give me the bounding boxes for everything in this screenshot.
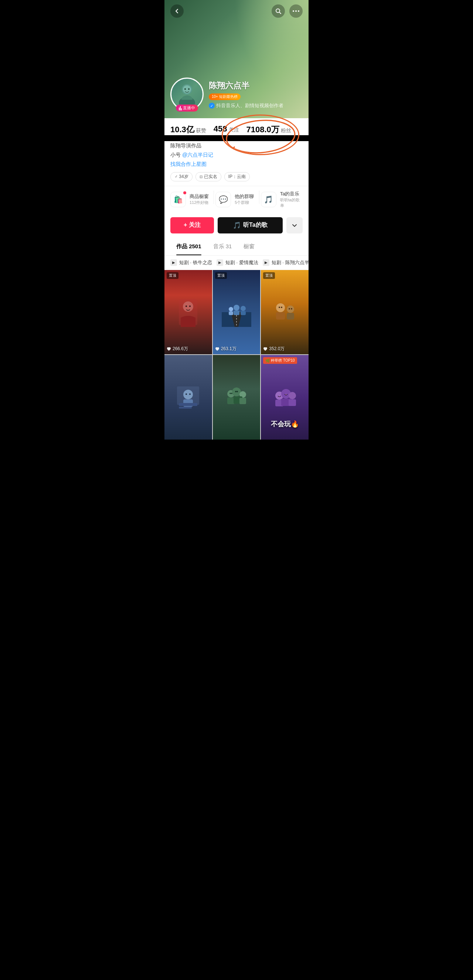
stat-likes[interactable]: 10.3亿 获赞 [170, 124, 206, 135]
series-label-1: 短剧 · 铁牛之恋 [179, 259, 212, 266]
svg-rect-25 [287, 313, 294, 320]
stats-row: 10.3亿 获赞 458 关注 7108.0万 粉丝 [170, 124, 303, 135]
tab-music[interactable]: 音乐 31 [207, 238, 238, 255]
action-divider-1 [213, 191, 214, 204]
like-count-3: 352.0万 [263, 346, 285, 352]
action-divider-2 [259, 191, 260, 204]
svg-point-8 [188, 88, 190, 90]
music-action[interactable]: 🎵 Ta的音乐 听听ta的歌单 [261, 191, 303, 208]
shop-icon-box: 🛍️ [170, 192, 186, 207]
video-thumb-1[interactable]: 置顶 266.6万 [164, 270, 212, 355]
button-row: + 关注 🎵 听Ta的歌 [164, 213, 309, 238]
desc-line1: 陈翔导演作品 [170, 141, 303, 150]
tab-works[interactable]: 作品 2501 [170, 238, 207, 255]
live-label: 直播中 [183, 105, 195, 111]
tag-ip: IP：云南 [224, 172, 250, 181]
tag-age: ♂ 34岁 [170, 172, 193, 181]
svg-rect-42 [239, 398, 246, 404]
more-dropdown-button[interactable] [287, 217, 303, 234]
svg-point-22 [276, 303, 285, 312]
back-button[interactable] [170, 5, 184, 18]
tabs-row: 作品 2501 音乐 31 橱窗 [164, 238, 309, 255]
top-bar [164, 0, 309, 22]
svg-point-26 [279, 307, 280, 308]
desc-link[interactable]: @六点半日记 [182, 152, 213, 158]
stat-followers[interactable]: 7108.0万 粉丝 [247, 124, 291, 135]
video-thumb-4[interactable] [164, 355, 212, 439]
profile-name: 陈翔六点半 [209, 80, 303, 91]
desc-line2: 小号 @六点半日记 [170, 150, 303, 159]
svg-point-16 [229, 307, 233, 312]
video-thumb-3[interactable]: 置顶 352.0万 [261, 270, 309, 355]
series-item-2[interactable]: ▶ 短剧 · 爱情魔法 [217, 259, 258, 266]
series-label-3: 短剧 · 陈翔六点半 [272, 259, 309, 266]
svg-point-34 [189, 393, 191, 395]
series-row: ▶ 短剧 · 铁牛之恋 ▶ 短剧 · 爱情魔法 ▶ 短剧 · 陈翔六点半 [164, 256, 309, 270]
stat-following[interactable]: 458 关注 [213, 124, 239, 135]
svg-point-44 [231, 393, 233, 394]
music-icon: 🎵 [264, 195, 273, 204]
badge-row: 10+ 短剧最热榜 [209, 94, 303, 100]
more-button[interactable] [289, 5, 303, 18]
pin-badge-3: 置顶 [263, 272, 275, 279]
top-bar-right [272, 5, 303, 18]
profile-section: 直播中 陈翔六点半 10+ 短剧最热榜 ✓ 抖音音乐人、剧情短视频创作者 [170, 78, 303, 111]
play-icon-3: ▶ [263, 259, 269, 266]
shop-action[interactable]: 🛍️ 商品橱窗 112件好物 [170, 191, 212, 208]
svg-point-23 [287, 305, 294, 313]
group-text: 他的群聊 5个群聊 [235, 193, 257, 205]
group-icon: 💬 [219, 195, 228, 204]
svg-rect-36 [179, 407, 192, 409]
svg-point-49 [288, 392, 296, 399]
video-grid: 置顶 266.6万 置顶 [164, 270, 309, 440]
svg-point-13 [189, 305, 191, 307]
pin-badge-1: 置顶 [167, 272, 178, 279]
group-action[interactable]: 💬 他的群聊 5个群聊 [215, 191, 257, 208]
svg-point-45 [235, 391, 237, 392]
svg-point-12 [185, 305, 187, 307]
svg-rect-19 [229, 312, 233, 315]
tab-shop[interactable]: 橱窗 [237, 238, 261, 255]
series-label-2: 短剧 · 爱情魔法 [225, 259, 258, 266]
live-icon [179, 106, 182, 110]
svg-rect-52 [288, 399, 296, 406]
quick-actions: 🛍️ 商品橱窗 112件好物 💬 他的群聊 5个群聊 🎵 Ta的音乐 听听ta的… [164, 186, 309, 213]
like-count-2: 263.1万 [215, 346, 237, 352]
svg-point-17 [234, 305, 239, 311]
video-thumb-6[interactable]: 不会玩🔥 🌿 种草榜 TOP10 [261, 355, 309, 439]
desc-section: 陈翔导演作品 小号 @六点半日记 找我合作上星图 ♂ 34岁 ⊡ 已实名 IP：… [164, 141, 309, 186]
svg-point-43 [229, 393, 231, 394]
music-icon-box: 🎵 [261, 192, 276, 207]
svg-rect-35 [179, 403, 197, 406]
stats-section: 10.3亿 获赞 458 关注 7108.0万 粉丝 [164, 118, 309, 135]
svg-rect-24 [276, 312, 285, 320]
svg-point-33 [185, 393, 187, 395]
live-badge: 直播中 [176, 105, 198, 111]
verified-icon: ✓ [209, 103, 215, 108]
desc-tags: ♂ 34岁 ⊡ 已实名 IP：云南 [170, 172, 303, 181]
series-item-1[interactable]: ▶ 短剧 · 铁牛之恋 [170, 259, 212, 266]
video-thumb-2[interactable]: 置顶 263.1万 [213, 270, 261, 355]
svg-point-2 [295, 10, 297, 12]
search-button[interactable] [272, 5, 285, 18]
svg-point-31 [183, 390, 193, 399]
tabs-section: 作品 2501 音乐 31 橱窗 [164, 238, 309, 256]
hero-section: 直播中 陈翔六点半 10+ 短剧最热榜 ✓ 抖音音乐人、剧情短视频创作者 [164, 0, 309, 118]
svg-rect-21 [240, 311, 246, 315]
svg-point-28 [288, 308, 290, 310]
stats-wrapper: 10.3亿 获赞 458 关注 7108.0万 粉丝 [164, 118, 309, 135]
svg-point-27 [281, 307, 282, 308]
series-item-3[interactable]: ▶ 短剧 · 陈翔六点半 [263, 259, 309, 266]
svg-point-46 [237, 391, 238, 392]
profile-info: 陈翔六点半 10+ 短剧最热榜 ✓ 抖音音乐人、剧情短视频创作者 [209, 80, 303, 111]
group-icon-box: 💬 [215, 192, 231, 207]
video-thumb-5[interactable] [213, 355, 261, 439]
svg-point-3 [298, 10, 299, 12]
tag-verified: ⊡ 已实名 [196, 172, 221, 181]
overlay-text-6: 不会玩🔥 [261, 420, 309, 428]
follow-button[interactable]: + 关注 [170, 217, 214, 234]
desc-line3[interactable]: 找我合作上星图 [170, 159, 303, 169]
listen-button[interactable]: 🎵 听Ta的歌 [218, 217, 283, 234]
music-text: Ta的音乐 听听ta的歌单 [280, 191, 303, 208]
hot-badge: 10+ 短剧最热榜 [209, 94, 240, 100]
